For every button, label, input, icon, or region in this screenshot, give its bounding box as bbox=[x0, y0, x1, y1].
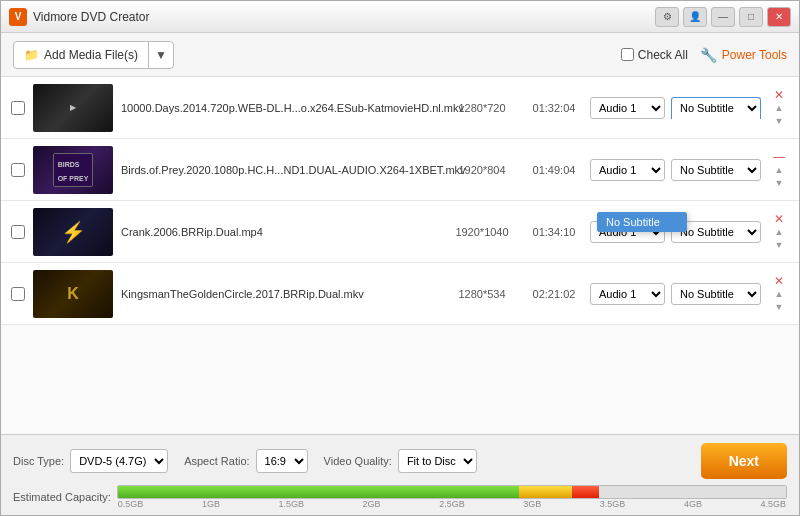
tick-3: 2GB bbox=[363, 499, 381, 509]
row-actions: ✕ ▲ ▼ bbox=[769, 213, 789, 251]
file-duration: 02:21:02 bbox=[526, 288, 582, 300]
disc-type-select[interactable]: DVD-5 (4.7G) bbox=[70, 449, 168, 473]
tick-1: 1GB bbox=[202, 499, 220, 509]
check-all-checkbox[interactable] bbox=[621, 48, 634, 61]
file-thumbnail: K bbox=[33, 270, 113, 318]
aspect-ratio-group: Aspect Ratio: 16:9 bbox=[184, 449, 307, 473]
window-controls: ⚙ 👤 — □ ✕ bbox=[655, 7, 791, 27]
file-resolution: 1280*534 bbox=[446, 288, 518, 300]
remove-icon[interactable]: ✕ bbox=[774, 275, 784, 287]
app-title: Vidmore DVD Creator bbox=[33, 10, 655, 24]
file-name: 10000.Days.2014.720p.WEB-DL.H...o.x264.E… bbox=[121, 102, 464, 114]
row-actions: — ▲ ▼ bbox=[769, 151, 789, 189]
disc-type-group: Disc Type: DVD-5 (4.7G) bbox=[13, 449, 168, 473]
estimated-capacity-label: Estimated Capacity: bbox=[13, 491, 111, 503]
power-tools-label: Power Tools bbox=[722, 48, 787, 62]
move-up-icon[interactable]: ▲ bbox=[775, 103, 784, 114]
capacity-used-segment bbox=[118, 486, 519, 498]
file-duration: 01:32:04 bbox=[526, 102, 582, 114]
table-row: ▶ 10000.Days.2014.720p.WEB-DL.H...o.x264… bbox=[1, 77, 799, 139]
tick-0: 0.5GB bbox=[118, 499, 144, 509]
subtitle-select[interactable]: No Subtitle bbox=[671, 97, 761, 119]
main-window: V Vidmore DVD Creator ⚙ 👤 — □ ✕ 📁 Add Me… bbox=[0, 0, 800, 516]
move-down-icon[interactable]: ▼ bbox=[775, 116, 784, 127]
file-name-cell: Birds.of.Prey.2020.1080p.HC.H...ND1.DUAL… bbox=[121, 163, 438, 177]
capacity-bar-wrapper: 0.5GB 1GB 1.5GB 2GB 2.5GB 3GB 3.5GB 4GB … bbox=[117, 485, 787, 509]
settings-icon[interactable]: ⚙ bbox=[655, 7, 679, 27]
capacity-bar bbox=[117, 485, 787, 499]
capacity-warning-segment bbox=[519, 486, 572, 498]
file-resolution: 1920*1040 bbox=[446, 226, 518, 238]
aspect-ratio-label: Aspect Ratio: bbox=[184, 455, 249, 467]
move-down-icon[interactable]: ▼ bbox=[775, 302, 784, 313]
move-up-icon[interactable]: ▲ bbox=[775, 227, 784, 238]
tick-7: 4GB bbox=[684, 499, 702, 509]
app-icon: V bbox=[9, 8, 27, 26]
file-name: KingsmanTheGoldenCircle.2017.BRRip.Dual.… bbox=[121, 288, 364, 300]
add-media-label: Add Media File(s) bbox=[44, 48, 138, 62]
file-resolution: 1280*720 bbox=[446, 102, 518, 114]
table-row: ⚡ Crank.2006.BRRip.Dual.mp4 1920*1040 01… bbox=[1, 201, 799, 263]
toolbar: 📁 Add Media File(s) ▼ Check All 🔧 Power … bbox=[1, 33, 799, 77]
video-quality-select[interactable]: Fit to Disc bbox=[398, 449, 477, 473]
audio-select[interactable]: Audio 1 bbox=[590, 97, 665, 119]
file-controls: Audio 1 No Subtitle bbox=[590, 283, 761, 305]
move-up-icon[interactable]: ▲ bbox=[775, 289, 784, 300]
add-media-dropdown-arrow[interactable]: ▼ bbox=[149, 42, 173, 68]
add-media-button[interactable]: 📁 Add Media File(s) ▼ bbox=[13, 41, 174, 69]
move-up-icon[interactable]: ▲ bbox=[775, 165, 784, 176]
title-bar: V Vidmore DVD Creator ⚙ 👤 — □ ✕ bbox=[1, 1, 799, 33]
capacity-row: Estimated Capacity: 0.5GB 1GB 1.5GB 2GB … bbox=[13, 485, 787, 509]
video-quality-label: Video Quality: bbox=[324, 455, 392, 467]
next-button[interactable]: Next bbox=[701, 443, 787, 479]
add-media-main[interactable]: 📁 Add Media File(s) bbox=[14, 42, 149, 68]
disc-type-label: Disc Type: bbox=[13, 455, 64, 467]
audio-select[interactable]: Audio 1 bbox=[590, 159, 665, 181]
check-all-label: Check All bbox=[638, 48, 688, 62]
table-row: K KingsmanTheGoldenCircle.2017.BRRip.Dua… bbox=[1, 263, 799, 325]
minimize-icon[interactable]: — bbox=[711, 7, 735, 27]
maximize-icon[interactable]: □ bbox=[739, 7, 763, 27]
power-tools-button[interactable]: 🔧 Power Tools bbox=[700, 47, 787, 63]
capacity-over-segment bbox=[572, 486, 599, 498]
file-plus-icon: 📁 bbox=[24, 48, 39, 62]
tick-6: 3.5GB bbox=[600, 499, 626, 509]
remove-icon[interactable]: ✕ bbox=[774, 89, 784, 101]
remove-icon[interactable]: — bbox=[773, 151, 785, 163]
audio-select[interactable]: Audio 1 bbox=[590, 283, 665, 305]
video-quality-group: Video Quality: Fit to Disc bbox=[324, 449, 477, 473]
file-duration: 01:34:10 bbox=[526, 226, 582, 238]
toolbar-right: Check All 🔧 Power Tools bbox=[621, 47, 787, 63]
tick-2: 1.5GB bbox=[278, 499, 304, 509]
row-checkbox[interactable] bbox=[11, 225, 25, 239]
file-duration: 01:49:04 bbox=[526, 164, 582, 176]
file-thumbnail: ⚡ bbox=[33, 208, 113, 256]
remove-icon[interactable]: ✕ bbox=[774, 213, 784, 225]
tick-4: 2.5GB bbox=[439, 499, 465, 509]
file-controls: Audio 1 No Subtitle bbox=[590, 159, 761, 181]
capacity-empty-segment bbox=[599, 486, 786, 498]
file-list: ▶ 10000.Days.2014.720p.WEB-DL.H...o.x264… bbox=[1, 77, 799, 434]
tick-8: 4.5GB bbox=[760, 499, 786, 509]
tick-5: 3GB bbox=[523, 499, 541, 509]
move-down-icon[interactable]: ▼ bbox=[775, 178, 784, 189]
row-actions: ✕ ▲ ▼ bbox=[769, 89, 789, 127]
dropdown-option-no-subtitle[interactable]: No Subtitle bbox=[598, 213, 686, 231]
user-icon[interactable]: 👤 bbox=[683, 7, 707, 27]
file-controls: Audio 1 No Subtitle bbox=[590, 97, 761, 119]
move-down-icon[interactable]: ▼ bbox=[775, 240, 784, 251]
file-name-cell: 10000.Days.2014.720p.WEB-DL.H...o.x264.E… bbox=[121, 101, 438, 115]
table-row: BIRDSOF PREY Birds.of.Prey.2020.1080p.HC… bbox=[1, 139, 799, 201]
subtitle-select[interactable]: No Subtitle bbox=[671, 159, 761, 181]
aspect-ratio-select[interactable]: 16:9 bbox=[256, 449, 308, 473]
file-name-cell: Crank.2006.BRRip.Dual.mp4 bbox=[121, 225, 438, 239]
subtitle-select[interactable]: No Subtitle bbox=[671, 283, 761, 305]
row-actions: ✕ ▲ ▼ bbox=[769, 275, 789, 313]
row-checkbox[interactable] bbox=[11, 287, 25, 301]
row-checkbox[interactable] bbox=[11, 101, 25, 115]
row-checkbox[interactable] bbox=[11, 163, 25, 177]
check-all-group: Check All bbox=[621, 48, 688, 62]
file-resolution: 1920*804 bbox=[446, 164, 518, 176]
close-icon[interactable]: ✕ bbox=[767, 7, 791, 27]
file-thumbnail: BIRDSOF PREY bbox=[33, 146, 113, 194]
